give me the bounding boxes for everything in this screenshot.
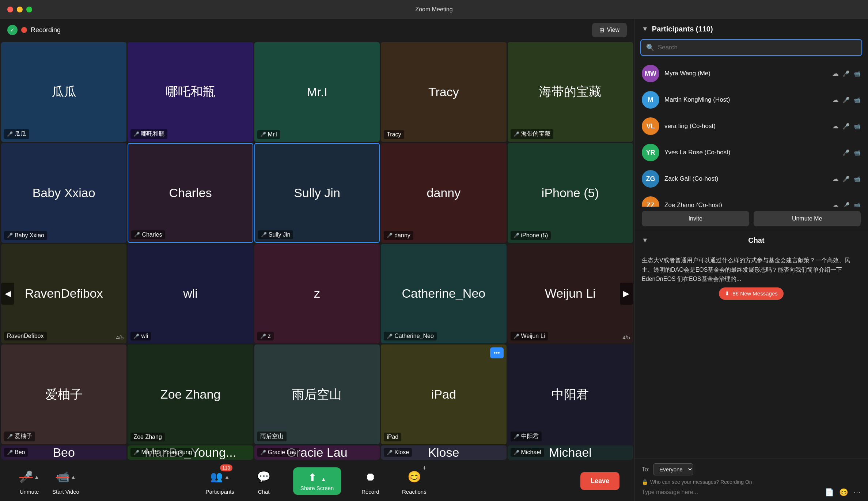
participant-name: Martin KongMing (Host) <box>664 96 827 103</box>
video-icon: 📹 <box>853 97 861 103</box>
traffic-lights <box>7 7 32 12</box>
video-cell[interactable]: Beo🎤Beo <box>1 445 126 460</box>
close-button[interactable] <box>7 7 13 12</box>
participant-name-large: z <box>310 286 324 301</box>
participant-icons: ☁🎤📹 <box>832 175 861 183</box>
more-options-button[interactable]: ••• <box>490 347 504 358</box>
mute-icon: 🎤 <box>133 334 139 339</box>
participant-name: Myra Wang (Me) <box>664 70 827 77</box>
video-cell[interactable]: Charles🎤Charles <box>128 143 253 243</box>
collapse-chat-button[interactable]: ▼ <box>642 237 648 244</box>
mute-icon: 🎤 <box>513 131 519 137</box>
mute-icon: 🎤 <box>513 450 519 455</box>
chat-input[interactable] <box>642 489 820 496</box>
more-options-icon[interactable]: ⋯ <box>853 488 861 497</box>
chat-toolbar-button[interactable]: 💬 Chat <box>249 467 278 495</box>
mute-icon: 🎤 <box>7 233 13 238</box>
participant-name-small: iPad <box>384 433 401 441</box>
emoji-icon[interactable]: 😊 <box>839 488 848 497</box>
participants-button[interactable]: 👥 ▲ 110 Participants <box>205 467 235 495</box>
participant-name-small: 🎤Mr.I <box>257 130 281 139</box>
reactions-button[interactable]: 😊 + Reactions <box>399 467 429 495</box>
mic-icon: 🎤 <box>842 176 850 182</box>
video-cell[interactable]: Klose🎤Klose <box>381 445 506 460</box>
chat-recipient-select[interactable]: Everyone <box>653 463 693 475</box>
chat-to-row: To: Everyone <box>642 463 861 475</box>
participant-item[interactable]: MWMyra Wang (Me)☁🎤📹 <box>634 60 868 87</box>
top-bar: ✓ Recording ⊞ View <box>0 19 634 41</box>
avatar: ZZ <box>642 196 659 207</box>
search-icon: 🔍 <box>646 44 654 52</box>
video-cell[interactable]: iPadiPad••• <box>381 344 506 444</box>
video-cell[interactable]: Gracie Lau🎤Gracie Lau <box>254 445 380 460</box>
participant-item[interactable]: VLvera ling (Co-host)☁🎤📹 <box>634 113 868 139</box>
leave-button[interactable]: Leave <box>580 472 619 490</box>
video-cell[interactable]: ◀RavenDefiboxRavenDefibox4/5 <box>1 244 126 344</box>
unmute-me-button[interactable]: Unmute Me <box>754 211 861 226</box>
maximize-button[interactable] <box>26 7 32 12</box>
start-video-button[interactable]: 📹 ▲ Start Video <box>51 467 80 495</box>
mute-icon: 🎤 <box>260 334 266 339</box>
avatar: MW <box>642 65 659 82</box>
participant-name-large: Mr.I <box>303 85 331 99</box>
video-cell[interactable]: ManBo_Young...🎤ManBo_Youngsung <box>128 445 253 460</box>
video-cell[interactable]: Zoe ZhangZoe Zhang <box>128 344 253 444</box>
avatar: YR <box>642 144 659 161</box>
participant-item[interactable]: ZZZoe Zhang (Co-host)☁🎤📹 <box>634 192 868 207</box>
video-cell[interactable]: z🎤z <box>254 244 380 344</box>
mute-icon: 🎤 <box>133 450 139 455</box>
avatar: VL <box>642 117 659 135</box>
avatar: ZG <box>642 170 659 188</box>
participant-item[interactable]: MMartin KongMing (Host)☁🎤📹 <box>634 87 868 113</box>
participants-search-input[interactable] <box>658 44 856 51</box>
prev-page-arrow[interactable]: ◀ <box>1 283 14 305</box>
cloud-icon: ☁ <box>832 201 839 207</box>
cloud-icon: ☁ <box>832 122 839 130</box>
record-button[interactable]: ⏺ Record <box>356 467 385 495</box>
video-cell[interactable]: iPhone (5)🎤iPhone (5) <box>508 143 633 243</box>
file-icon[interactable]: 📄 <box>825 488 834 497</box>
video-cell[interactable]: 爱柚子🎤爱柚子 <box>1 344 126 444</box>
video-cell[interactable]: Weijun Li🎤Weijun Li▶4/5 <box>508 244 633 344</box>
video-cell[interactable]: Mr.I🎤Mr.I <box>254 42 380 142</box>
participant-item[interactable]: ZGZack Gall (Co-host)☁🎤📹 <box>634 166 868 192</box>
video-cell[interactable]: Sully Jin🎤Sully Jin <box>254 143 380 243</box>
mic-icon: 🎤 <box>842 202 850 207</box>
video-cell[interactable]: 海带的宝藏🎤海带的宝藏 <box>508 42 633 142</box>
video-cell[interactable]: Catherine_Neo🎤Catherine_Neo <box>381 244 506 344</box>
video-cell[interactable]: danny🎤danny <box>381 143 506 243</box>
lock-icon: 🔒 <box>642 479 648 485</box>
participants-header: ▼ Participants (110) <box>634 19 868 39</box>
video-cell[interactable]: 瓜瓜🎤瓜瓜 <box>1 42 126 142</box>
participant-list: MWMyra Wang (Me)☁🎤📹MMartin KongMing (Hos… <box>634 60 868 207</box>
participant-name-small: 🎤海带的宝藏 <box>511 129 553 139</box>
video-cell[interactable]: 中阳君🎤中阳君 <box>508 344 633 444</box>
participant-name-large: Charles <box>166 186 216 200</box>
participant-name-small: 🎤Sully Jin <box>258 230 293 239</box>
mic-icon: 🎤 <box>842 97 850 103</box>
participant-name-small: 🎤Baby Xxiao <box>4 231 47 240</box>
chat-input-row: 📄 😊 ⋯ <box>642 488 861 497</box>
next-page-arrow[interactable]: ▶ <box>620 283 633 305</box>
video-cell[interactable]: Michael🎤Michael <box>508 445 633 460</box>
video-cell[interactable]: Baby Xxiao🎤Baby Xxiao <box>1 143 126 243</box>
participant-icons: ☁🎤📹 <box>832 122 861 130</box>
video-cell[interactable]: 哪吒和瓶🎤哪吒和瓶 <box>128 42 253 142</box>
share-screen-button[interactable]: ⬆ ▲ Share Screen <box>293 467 341 495</box>
collapse-participants-button[interactable]: ▼ <box>642 25 648 33</box>
participant-name-large: Weijun Li <box>541 286 599 301</box>
video-cell[interactable]: wli🎤wli <box>128 244 253 344</box>
participants-search-bar[interactable]: 🔍 <box>640 39 862 56</box>
mute-icon: 🎤 <box>133 131 139 137</box>
participant-icons: ☁🎤📹 <box>832 201 861 207</box>
unmute-button[interactable]: 🎤 ▲ Unmute <box>15 467 44 495</box>
video-cell[interactable]: TracyTracy <box>381 42 506 142</box>
video-cell[interactable]: 雨后空山雨后空山 <box>254 344 380 444</box>
new-messages-badge[interactable]: ⬇ 86 New Messages <box>719 287 783 300</box>
mic-icon: 🎤 <box>842 123 850 130</box>
participant-item[interactable]: YRYves La Rose (Co-host)🎤📹 <box>634 139 868 166</box>
minimize-button[interactable] <box>17 7 23 12</box>
participant-name-large: Sully Jin <box>290 186 344 200</box>
invite-button[interactable]: Invite <box>642 211 749 226</box>
view-button[interactable]: ⊞ View <box>592 23 627 37</box>
